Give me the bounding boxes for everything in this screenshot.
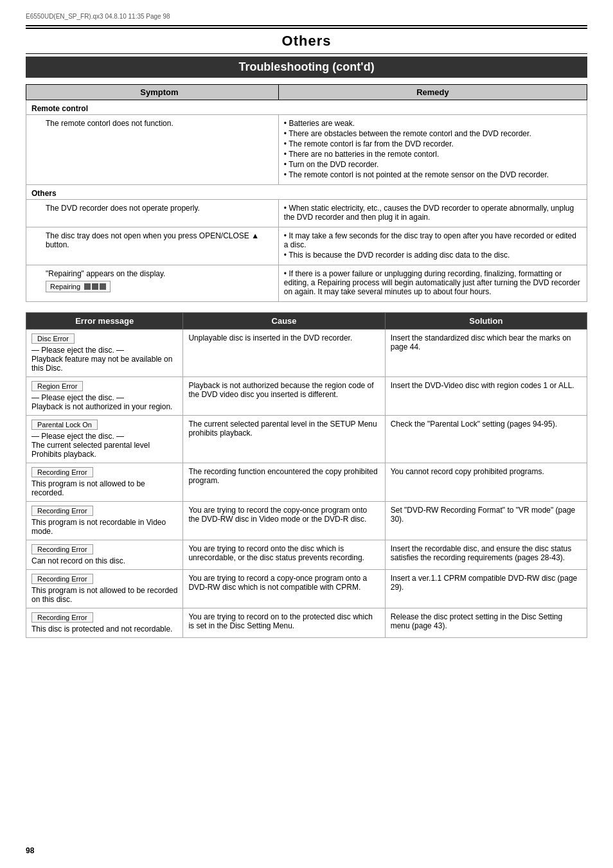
list-item: There are no batteries in the remote con… xyxy=(284,150,582,159)
remedy-cell: It may take a few seconds for the disc t… xyxy=(278,227,587,265)
page-number: 98 xyxy=(26,846,34,855)
table-row: Recording Error This program is not allo… xyxy=(26,463,587,502)
remedy-col-header: Remedy xyxy=(278,85,587,100)
error-desc: — Please eject the disc. — The current s… xyxy=(31,432,150,459)
category-label: Others xyxy=(26,185,587,200)
error-desc: This program is not recordable in Video … xyxy=(31,518,166,536)
bar-segment xyxy=(84,283,91,290)
error-cell: Recording Error This disc is protected a… xyxy=(26,608,183,638)
page: E6550UD(EN_SP_FR).qx3 04.8.10 11:35 Page… xyxy=(0,0,613,868)
table-row: Recording Error This program is not reco… xyxy=(26,502,587,540)
error-desc: Can not record on this disc. xyxy=(31,556,125,565)
repairing-display-box: Repairing xyxy=(46,281,111,292)
error-label-box: Recording Error xyxy=(31,612,93,623)
error-label-box: Recording Error xyxy=(31,506,93,516)
solution-cell: Check the "Parental Lock" setting (pages… xyxy=(385,416,587,463)
category-remote-control: Remote control xyxy=(26,100,587,115)
remedy-list: If there is a power failure or unpluggin… xyxy=(284,269,582,296)
table-row: The disc tray does not open when you pre… xyxy=(26,227,587,265)
table-row: "Repairing" appears on the display. Repa… xyxy=(26,265,587,302)
error-cell: Region Error — Please eject the disc. — … xyxy=(26,377,183,416)
error-label-box: Recording Error xyxy=(31,574,93,584)
solution-cell: Set "DVD-RW Recording Format" to "VR mod… xyxy=(385,502,587,540)
list-item: Batteries are weak. xyxy=(284,119,582,128)
solution-cell: Insert a ver.1.1 CPRM compatible DVD-RW … xyxy=(385,570,587,608)
cause-cell: The current selected parental level in t… xyxy=(183,416,385,463)
list-item: Turn on the DVD recorder. xyxy=(284,160,582,169)
page-title: Others xyxy=(26,28,587,54)
error-label-box: Recording Error xyxy=(31,467,93,477)
cause-cell: The recording function encountered the c… xyxy=(183,463,385,502)
error-cell: Parental Lock On — Please eject the disc… xyxy=(26,416,183,463)
error-table: Error message Cause Solution Disc Error … xyxy=(26,312,587,638)
solution-cell: You cannot record copy prohibited progra… xyxy=(385,463,587,502)
error-label-box: Parental Lock On xyxy=(31,420,98,430)
list-item: If there is a power failure or unpluggin… xyxy=(284,269,582,296)
remedy-list: It may take a few seconds for the disc t… xyxy=(284,231,582,260)
table-row: The DVD recorder does not operate proper… xyxy=(26,200,587,227)
category-label: Remote control xyxy=(26,100,587,115)
solution-cell: Insert the standardized disc which bear … xyxy=(385,330,587,377)
cause-cell: You are trying to record the copy-once p… xyxy=(183,502,385,540)
solution-cell: Insert the recordable disc, and ensure t… xyxy=(385,540,587,570)
file-meta: E6550UD(EN_SP_FR).qx3 04.8.10 11:35 Page… xyxy=(26,13,587,20)
error-desc: — Please eject the disc. — Playback is n… xyxy=(31,393,172,411)
error-desc: This program is not allowed to be record… xyxy=(31,586,177,604)
error-cell: Recording Error This program is not allo… xyxy=(26,570,183,608)
cause-col-header: Cause xyxy=(183,313,385,330)
list-item: When static electricity, etc., causes th… xyxy=(284,204,582,222)
symptom-cell: The DVD recorder does not operate proper… xyxy=(26,200,279,227)
table-row: Recording Error This disc is protected a… xyxy=(26,608,587,638)
table-row: Recording Error This program is not allo… xyxy=(26,570,587,608)
error-desc: This program is not allowed to be record… xyxy=(31,479,145,497)
symptom-table: Symptom Remedy Remote control The remote… xyxy=(26,84,587,302)
table-row: Recording Error Can not record on this d… xyxy=(26,540,587,570)
symptom-col-header: Symptom xyxy=(26,85,279,100)
remedy-cell: When static electricity, etc., causes th… xyxy=(278,200,587,227)
error-cell: Recording Error This program is not reco… xyxy=(26,502,183,540)
list-item: There are obstacles between the remote c… xyxy=(284,129,582,138)
table-row: The remote contorl does not function. Ba… xyxy=(26,115,587,185)
symptom-cell: The disc tray does not open when you pre… xyxy=(26,227,279,265)
bar-segment xyxy=(92,283,98,290)
error-cell: Disc Error — Please eject the disc. — Pl… xyxy=(26,330,183,377)
list-item: This is because the DVD recorder is addi… xyxy=(284,251,582,260)
remedy-list: When static electricity, etc., causes th… xyxy=(284,204,582,222)
error-col-header: Error message xyxy=(26,313,183,330)
section-title: Troubleshooting (cont'd) xyxy=(26,57,587,78)
error-label-box: Region Error xyxy=(31,381,83,391)
repairing-label: Repairing xyxy=(50,283,80,290)
table-row: Disc Error — Please eject the disc. — Pl… xyxy=(26,330,587,377)
remedy-cell: Batteries are weak. There are obstacles … xyxy=(278,115,587,185)
error-desc: This disc is protected and not recordabl… xyxy=(31,624,172,633)
symptom-cell: "Repairing" appears on the display. Repa… xyxy=(26,265,279,302)
table-row: Region Error — Please eject the disc. — … xyxy=(26,377,587,416)
table-row: Parental Lock On — Please eject the disc… xyxy=(26,416,587,463)
solution-cell: Insert the DVD-Video disc with region co… xyxy=(385,377,587,416)
list-item: The remote contorl is far from the DVD r… xyxy=(284,139,582,148)
error-desc: — Please eject the disc. — Playback feat… xyxy=(31,346,172,373)
cause-cell: Unplayable disc is inserted in the DVD r… xyxy=(183,330,385,377)
error-cell: Recording Error This program is not allo… xyxy=(26,463,183,502)
error-label-box: Recording Error xyxy=(31,544,93,554)
cause-cell: You are trying to record a copy-once pro… xyxy=(183,570,385,608)
bar-segment xyxy=(100,283,106,290)
error-label-box: Disc Error xyxy=(31,333,75,344)
cause-cell: Playback is not authorized because the r… xyxy=(183,377,385,416)
list-item: It may take a few seconds for the disc t… xyxy=(284,231,582,249)
solution-col-header: Solution xyxy=(385,313,587,330)
repairing-bar xyxy=(84,283,106,290)
cause-cell: You are trying to record onto the disc w… xyxy=(183,540,385,570)
list-item: The remote contorl is not pointed at the… xyxy=(284,170,582,179)
remedy-cell: If there is a power failure or unpluggin… xyxy=(278,265,587,302)
solution-cell: Release the disc protect setting in the … xyxy=(385,608,587,638)
error-cell: Recording Error Can not record on this d… xyxy=(26,540,183,570)
category-others: Others xyxy=(26,185,587,200)
remedy-list: Batteries are weak. There are obstacles … xyxy=(284,119,582,179)
symptom-cell: The remote contorl does not function. xyxy=(26,115,279,185)
cause-cell: You are trying to record on to the prote… xyxy=(183,608,385,638)
